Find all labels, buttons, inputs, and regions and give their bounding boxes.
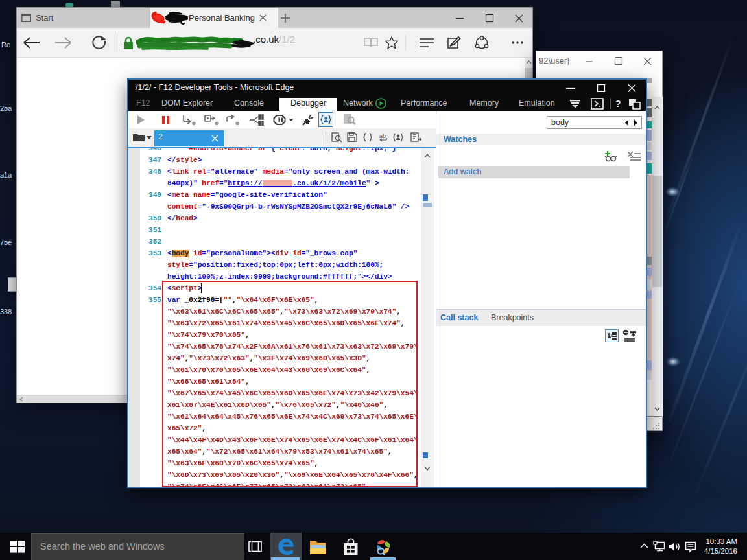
svg-text:ab: ab	[379, 133, 386, 139]
